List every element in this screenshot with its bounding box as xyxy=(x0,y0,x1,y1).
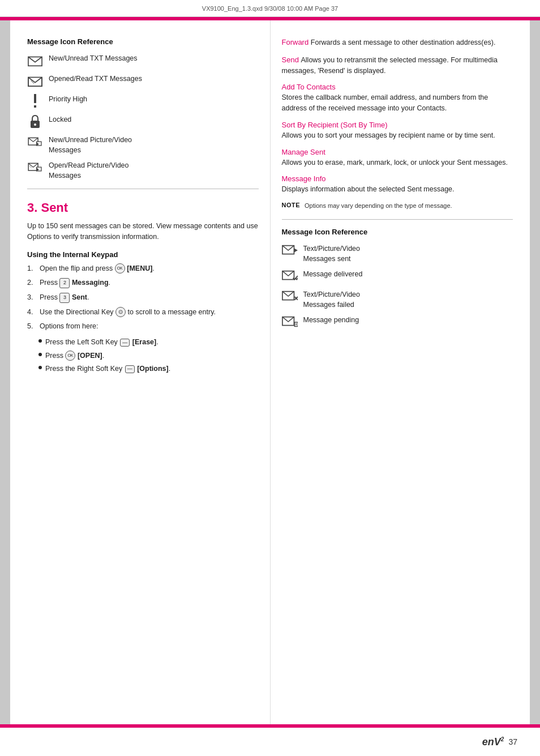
priority-icon xyxy=(27,93,43,109)
right-accent-bar xyxy=(530,20,540,724)
divider-2 xyxy=(282,219,513,220)
message-info-item: Message Info Displays information about … xyxy=(282,174,513,195)
left-column: Message Icon Reference New/Unread TXT Me… xyxy=(10,20,271,724)
icon-row-pending: Message pending xyxy=(282,314,513,330)
failed-msg-icon xyxy=(282,289,298,305)
bullets-list: Press the Left Soft Key — [Erase]. Press… xyxy=(38,337,259,374)
sort-item: Sort By Recipient (Sort By Time) Allows … xyxy=(282,121,513,141)
message-icon-reference-title: Message Icon Reference xyxy=(27,37,259,46)
num3-key: 3 xyxy=(59,293,70,303)
add-contacts-item: Add To Contacts Stores the callback numb… xyxy=(282,83,513,114)
icon-row-pic-new: New/Unread Picture/VideoMessages xyxy=(27,134,259,155)
locked-label: Locked xyxy=(49,114,71,125)
delivered-msg-label: Message delivered xyxy=(303,268,363,280)
header-text: VX9100_Eng_1.3.qxd 9/30/08 10:00 AM Page… xyxy=(202,5,338,12)
sort-title: Sort By Recipient (Sort By Time) xyxy=(282,121,513,129)
icon-row-sent: Text/Picture/VideoMessages sent xyxy=(282,243,513,264)
add-contacts-text: Stores the callback number, email addres… xyxy=(282,92,513,114)
icon-row-open-txt: Opened/Read TXT Messages xyxy=(27,73,259,89)
num2-key: 2 xyxy=(59,278,70,288)
icon-row-pic-open: Open/Read Picture/VideoMessages xyxy=(27,160,259,181)
manage-sent-title: Manage Sent xyxy=(282,148,325,156)
main-content: Message Icon Reference New/Unread TXT Me… xyxy=(10,20,530,724)
open-txt-label: Opened/Read TXT Messages xyxy=(49,73,142,84)
locked-icon xyxy=(27,114,43,130)
forward-item: Forward Forwards a sent message to other… xyxy=(282,37,513,48)
icon-row-delivered: Message delivered xyxy=(282,268,513,284)
note-text: Options may vary depending on the type o… xyxy=(305,202,452,210)
note-label: NOTE xyxy=(282,202,301,208)
send-text: Allows you to retransmit the selected me… xyxy=(282,56,498,75)
step-5: 5. Options from here: xyxy=(27,321,259,331)
svg-point-6 xyxy=(34,123,36,126)
message-info-title: Message Info xyxy=(282,174,326,183)
bullet-erase: Press the Left Soft Key — [Erase]. xyxy=(38,337,259,347)
msg-icon-ref-title: Message Icon Reference xyxy=(282,228,513,236)
message-info-text: Displays information about the selected … xyxy=(282,184,513,195)
forward-title: Forward xyxy=(282,38,309,46)
left-accent-bar xyxy=(0,20,10,724)
forward-text: Forwards a sent message to other destina… xyxy=(311,39,496,46)
send-item: Send Allows you to retransmit the select… xyxy=(282,55,513,76)
step-4: 4. Use the Directional Key ⊙ to scroll t… xyxy=(27,307,259,318)
sent-body-text: Up to 150 sent messages can be stored. V… xyxy=(27,221,259,242)
sent-msg-label: Text/Picture/VideoMessages sent xyxy=(303,243,361,264)
svg-rect-3 xyxy=(34,94,36,103)
pic-new-label: New/Unread Picture/VideoMessages xyxy=(49,134,132,155)
step-2: 2. Press 2 Messaging. xyxy=(27,277,259,288)
pic-new-icon xyxy=(27,134,43,150)
new-txt-label: New/Unread TXT Messages xyxy=(49,53,138,64)
step-1: 1. Open the flip and press OK [MENU]. xyxy=(27,263,259,274)
pending-msg-icon xyxy=(282,314,298,330)
right-column: Forward Forwards a sent message to other… xyxy=(271,20,530,724)
left-soft-key-1: — xyxy=(120,339,130,347)
note-box: NOTE Options may vary depending on the t… xyxy=(282,202,513,210)
page-header: VX9100_Eng_1.3.qxd 9/30/08 10:00 AM Page… xyxy=(0,0,540,17)
steps-list: 1. Open the flip and press OK [MENU]. 2.… xyxy=(27,263,259,332)
bullet-dot-2 xyxy=(38,353,42,356)
pending-msg-label: Message pending xyxy=(303,314,359,326)
step-3: 3. Press 3 Sent. xyxy=(27,292,259,303)
bullet-dot-3 xyxy=(38,366,42,369)
bullet-options: Press the Right Soft Key — [Options]. xyxy=(38,364,259,374)
bullet-dot-1 xyxy=(38,339,42,343)
svg-rect-4 xyxy=(34,105,36,108)
sort-text: Allows you to sort your messages by reci… xyxy=(282,130,513,141)
dir-key: ⊙ xyxy=(115,307,126,317)
pic-open-icon xyxy=(27,160,43,176)
icon-row-new-txt: New/Unread TXT Messages xyxy=(27,53,259,69)
sent-msg-icon xyxy=(282,243,298,259)
manage-sent-item: Manage Sent Allows you to erase, mark, u… xyxy=(282,148,513,168)
manage-sent-text: Allows you to erase, mark, unmark, lock,… xyxy=(282,157,513,168)
divider-1 xyxy=(27,189,259,189)
icon-row-failed: Text/Picture/VideoMessages failed xyxy=(282,289,513,310)
send-title: Send xyxy=(282,55,299,64)
keypad-section-title: Using the Internal Keypad xyxy=(27,250,259,259)
delivered-msg-icon xyxy=(282,268,298,284)
icon-row-locked: Locked xyxy=(27,114,259,130)
icon-row-priority: Priority High xyxy=(27,93,259,109)
ok-key-step1: OK xyxy=(115,263,125,274)
env-logo: enV2 xyxy=(482,736,504,748)
sent-section-heading: 3. Sent xyxy=(27,200,259,215)
ok-key-bullet: OK xyxy=(65,351,75,361)
page-footer: enV2 37 xyxy=(0,728,540,756)
page-number: 37 xyxy=(508,737,517,746)
priority-label: Priority High xyxy=(49,93,87,105)
pic-open-label: Open/Read Picture/VideoMessages xyxy=(49,160,129,181)
open-txt-icon xyxy=(27,73,43,89)
right-soft-key: — xyxy=(125,365,135,373)
failed-msg-label: Text/Picture/VideoMessages failed xyxy=(303,289,361,310)
add-contacts-title: Add To Contacts xyxy=(282,83,336,91)
new-txt-icon xyxy=(27,53,43,69)
svg-marker-15 xyxy=(294,249,298,253)
bullet-open: Press OK [OPEN]. xyxy=(38,351,259,361)
